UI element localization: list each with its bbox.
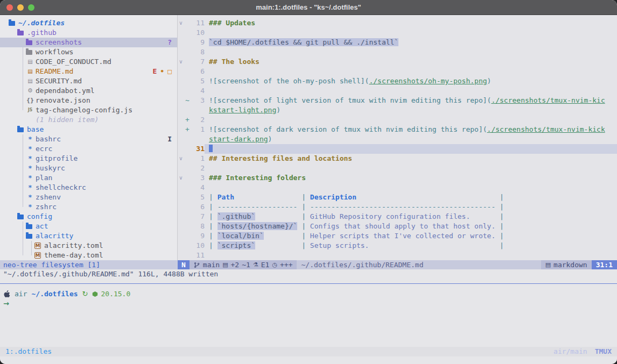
editor-line[interactable]: start-dark.png) <box>178 134 617 144</box>
shell-pane[interactable]: air ~/.dotfiles ↻ 20.15.0 → <box>0 284 617 309</box>
editor-line[interactable]: 5![screenshot of the oh-my-posh shell](.… <box>178 76 617 86</box>
tree-item-~-.dotfiles[interactable]: ~/.dotfiles <box>0 18 177 28</box>
tree-item-zshenv[interactable]: *zshenv <box>0 192 177 202</box>
tree-item-tag-changelog-config.js[interactable]: JStag-changelog-config.js <box>0 105 177 115</box>
tree-item-label: screenshots <box>36 38 82 47</box>
editor-line[interactable]: 8 <box>178 47 617 57</box>
editor-line[interactable]: 11 <box>178 251 617 260</box>
tree-item-code-of-conduct.md[interactable]: ▤CODE_OF_CONDUCT.md <box>0 57 177 67</box>
editor-line[interactable]: ∨7## The looks <box>178 57 617 67</box>
syntax-md: ) <box>487 77 492 85</box>
syntax-pipe: | <box>264 232 310 240</box>
tree-item-screenshots[interactable]: screenshots? <box>0 38 177 47</box>
line-number: 8 <box>191 47 205 57</box>
hunks-indicator: +++ <box>280 260 292 269</box>
fold-column <box>178 144 184 154</box>
tree-item-workflows[interactable]: workflows <box>0 47 177 57</box>
tmux-window-tab[interactable]: 1:.dotfiles <box>5 347 52 356</box>
zoom-button[interactable] <box>28 4 34 11</box>
status-badge: □ <box>167 67 172 76</box>
tree-item--1-hidden-item-[interactable]: (1 hidden item) <box>0 115 177 125</box>
neotree-sidebar: ~/.dotfiles.githubscreenshots?workflows▤… <box>0 15 178 260</box>
git-segment: main ▤ +2 ~1 ⚗ E1 ◷ +++ <box>190 260 297 269</box>
tree-item-theme-day.toml[interactable]: Mtheme-day.toml <box>0 251 177 260</box>
tree-item-shellcheckrc[interactable]: *shellcheckrc <box>0 183 177 192</box>
line-text: ![screenshot of dark version of tmux wit… <box>205 125 617 134</box>
sign-column <box>184 183 191 192</box>
line-text <box>205 163 617 173</box>
tree-item-alacritty.toml[interactable]: Malacritty.toml <box>0 241 177 251</box>
editor-line[interactable]: 9| `local/bin` | Helper scripts that I'v… <box>178 231 617 241</box>
minimize-button[interactable] <box>17 4 24 11</box>
git-sync-icon: ↻ <box>82 289 88 299</box>
sign-column <box>184 18 191 28</box>
close-button[interactable] <box>6 4 13 11</box>
line-number: 4 <box>191 183 205 192</box>
tree-item-act[interactable]: act <box>0 222 177 231</box>
tree-item-base[interactable]: base <box>0 125 177 134</box>
current-directory: ~/.dotfiles <box>31 289 78 299</box>
tree-item-zshrc[interactable]: *zshrc <box>0 202 177 212</box>
line-text: ## Interesting files and locations <box>205 154 617 163</box>
tree-item-.github[interactable]: .github <box>0 28 177 38</box>
editor-line[interactable]: 5| Path | Description | <box>178 192 617 202</box>
terminal-window: main:1:.dotfiles - "ks~/.dotfiles" ~/.do… <box>0 0 617 364</box>
diff-added: +2 <box>231 260 240 269</box>
tree-item-ecrc[interactable]: *ecrc <box>0 144 177 154</box>
editor-line[interactable]: ~3![screenshot of light version of tmux … <box>178 96 617 105</box>
tree-item-gitprofile[interactable]: *gitprofile <box>0 154 177 163</box>
vim-mode-indicator: N <box>178 260 190 269</box>
tree-item-label: ~/.dotfiles <box>18 18 65 28</box>
editor-pane[interactable]: ∨11### Updates109`cd $HOME/.dotfiles && … <box>178 15 617 260</box>
tree-item-dependabot.yml[interactable]: ⚙dependabot.yml <box>0 86 177 96</box>
tree-item-readme.md[interactable]: ▤README.mdE•□ <box>0 67 177 76</box>
editor-line[interactable]: ∨3### Interesting folders <box>178 173 617 183</box>
tree-item-security.md[interactable]: ▤SECURITY.md <box>0 76 177 86</box>
editor-line[interactable]: 8| `hosts/{hostname}/` | Configs that sh… <box>178 222 617 231</box>
line-number: 3 <box>191 173 205 183</box>
sign-column <box>184 134 191 144</box>
fold-column <box>178 47 184 57</box>
editor-line[interactable]: 6 <box>178 67 617 76</box>
editor-line[interactable]: 4 <box>178 86 617 96</box>
tree-item-renovate.json[interactable]: {}renovate.json <box>0 96 177 105</box>
fold-chevron-icon: ∨ <box>178 154 184 163</box>
fold-chevron-icon: ∨ <box>178 18 184 28</box>
tree-item-huskyrc[interactable]: *huskyrc <box>0 163 177 173</box>
line-number: 9 <box>191 38 205 47</box>
tree-item-alacritty[interactable]: alacritty <box>0 231 177 241</box>
syntax-pipe: | <box>234 193 310 201</box>
syntax-th: Path <box>218 193 234 201</box>
editor-line[interactable]: kstart-light.png) <box>178 105 617 115</box>
editor-line[interactable]: 10| `scripts` | Setup scripts. | <box>178 241 617 251</box>
star-icon: * <box>26 144 34 154</box>
editor-line[interactable]: ∨11### Updates <box>178 18 617 28</box>
tree-item-bashrc[interactable]: *bashrcI <box>0 134 177 144</box>
editor-line[interactable]: 31 <box>178 144 617 154</box>
tmux-statusbar: 1:.dotfiles air/main TMUX <box>0 347 617 356</box>
editor-line[interactable]: +1![screenshot of dark version of tmux w… <box>178 125 617 134</box>
editor-line[interactable]: 4 <box>178 183 617 192</box>
editor-line[interactable]: +2 <box>178 115 617 125</box>
editor-line[interactable]: 10 <box>178 28 617 38</box>
status-badge: E <box>153 67 157 76</box>
syntax-md: ![screenshot of the oh-my-posh shell]( <box>209 77 369 85</box>
editor-line[interactable]: ∨1## Interesting files and locations <box>178 154 617 163</box>
line-text: ![screenshot of light version of tmux wi… <box>205 96 617 105</box>
git-branch-icon <box>194 262 200 268</box>
editor-line[interactable]: 2 <box>178 163 617 173</box>
fold-column <box>178 67 184 76</box>
status-badge: I <box>167 134 172 144</box>
sign-column <box>184 38 191 47</box>
editor-lines: ∨11### Updates109`cd $HOME/.dotfiles && … <box>178 18 617 260</box>
editor-line[interactable]: 7| `.github` | GitHub Repository configu… <box>178 212 617 222</box>
line-text: `cd $HOME/.dotfiles && git pull && ./ins… <box>205 38 617 47</box>
clock-icon: ◷ <box>272 260 277 269</box>
line-text: ### Interesting folders <box>205 173 617 183</box>
tree-item-plan[interactable]: *plan <box>0 173 177 183</box>
tree-item-config[interactable]: config <box>0 212 177 222</box>
sign-column <box>184 251 191 260</box>
tree-item-label: CODE_OF_CONDUCT.md <box>36 57 111 67</box>
editor-line[interactable]: 9`cd $HOME/.dotfiles && git pull && ./in… <box>178 38 617 47</box>
editor-line[interactable]: 6| ------------------- | ---------------… <box>178 202 617 212</box>
